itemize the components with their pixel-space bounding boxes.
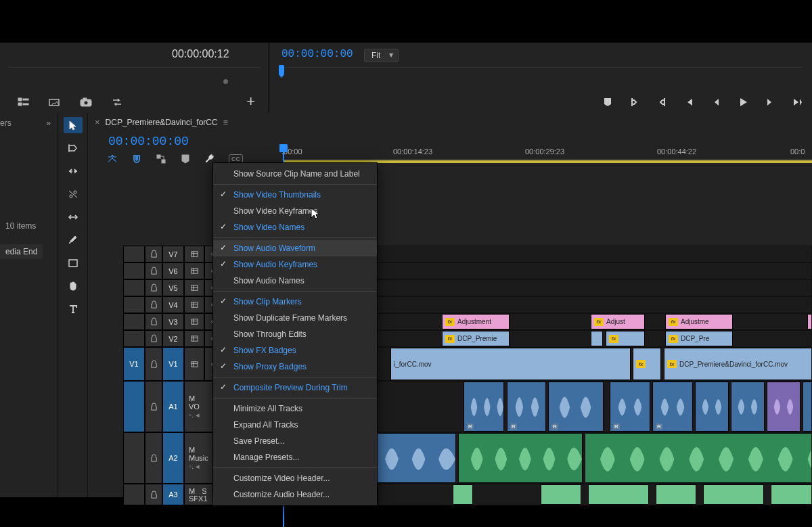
clip-audio[interactable] [703, 484, 764, 505]
swap-icon[interactable] [111, 97, 123, 108]
sequence-tab[interactable]: × DCP_Premiere&Davinci_forCC ≡ [88, 113, 812, 131]
step-fwd-icon[interactable] [765, 97, 775, 108]
menu-item[interactable]: Show FX Badges [213, 342, 377, 359]
menu-item[interactable]: Save Preset... [213, 433, 377, 449]
lock-toggle[interactable] [145, 296, 162, 313]
clip-audio[interactable]: R [507, 382, 546, 432]
expand-chevrons-icon[interactable]: » [46, 118, 51, 128]
clip-audio[interactable]: R [464, 382, 504, 432]
clip-audio[interactable] [803, 382, 812, 432]
program-playhead-mini[interactable] [279, 65, 284, 74]
timeline-display-settings-menu[interactable]: Show Source Clip Name and LabelShow Vide… [212, 162, 378, 506]
mute-toggle[interactable]: M [189, 446, 195, 454]
track-target[interactable]: A1 [162, 381, 184, 432]
sync-lock-toggle[interactable] [184, 330, 204, 347]
sync-lock-toggle[interactable] [184, 347, 204, 381]
sync-lock-toggle[interactable] [184, 279, 204, 296]
source-patch[interactable] [123, 381, 145, 432]
out-point-icon[interactable] [656, 97, 667, 108]
menu-item[interactable]: Show Duplicate Frame Markers [213, 310, 377, 326]
sync-lock-toggle[interactable] [184, 313, 204, 330]
menu-item[interactable]: Composite Preview During Trim [213, 380, 377, 396]
sync-lock-toggle[interactable] [184, 296, 204, 313]
lock-toggle[interactable] [145, 381, 162, 432]
lock-toggle[interactable] [145, 313, 162, 330]
menu-item[interactable]: Show Video Names [213, 219, 377, 235]
lock-toggle[interactable] [145, 262, 162, 279]
track-target[interactable]: A3 [162, 484, 184, 505]
clip-audio[interactable] [588, 484, 649, 505]
lock-toggle[interactable] [145, 246, 162, 262]
clip-adjustment[interactable]: fxAdjust [591, 314, 645, 329]
timeline-timecode[interactable]: 00:00:00:00 [108, 135, 189, 148]
source-scrubber[interactable] [8, 67, 261, 78]
play-icon[interactable] [738, 97, 748, 108]
clip-audio[interactable] [695, 382, 729, 432]
sync-lock-toggle[interactable] [184, 262, 204, 279]
pen-tool[interactable] [64, 232, 83, 248]
go-to-out-icon[interactable] [792, 97, 803, 108]
sync-lock-toggle[interactable] [184, 246, 204, 262]
clip-adjustment[interactable]: fxAdjustment [442, 314, 510, 329]
clip-audio[interactable] [656, 484, 696, 505]
zoom-select[interactable]: Fit [364, 49, 399, 62]
track-target[interactable]: V2 [162, 330, 184, 347]
clip-audio[interactable]: R [652, 382, 693, 432]
track-target[interactable]: V5 [162, 279, 184, 296]
export-frame-icon[interactable] [49, 97, 61, 108]
clip-video[interactable]: fx [606, 331, 645, 346]
menu-item[interactable]: Show Proxy Badges [213, 359, 377, 375]
clip-video[interactable] [591, 331, 603, 346]
clip-audio[interactable] [541, 484, 581, 505]
clip-video[interactable]: fx [633, 348, 661, 380]
linked-selection-icon[interactable] [156, 154, 166, 164]
lock-toggle[interactable] [145, 432, 162, 484]
clip-audio[interactable] [771, 484, 812, 505]
clip-adjustment[interactable]: fxAdjustme [665, 314, 733, 329]
clip-video[interactable]: fxDCP_Premiere&Davinci_forCC.mov [664, 348, 812, 380]
tab-menu-icon[interactable]: ≡ [223, 118, 228, 127]
clip-audio[interactable] [731, 382, 765, 432]
clip-audio[interactable] [453, 484, 473, 505]
type-tool[interactable] [64, 301, 83, 317]
menu-item[interactable]: Manage Presets... [213, 449, 377, 465]
marker-list-icon[interactable] [18, 97, 30, 108]
clip-video[interactable]: fxDCP_Pre [665, 331, 733, 346]
track-target[interactable]: V6 [162, 262, 184, 279]
clip-audio[interactable]: R [610, 382, 650, 432]
slip-tool[interactable] [64, 209, 83, 225]
menu-item[interactable]: Show Source Clip Name and Label [213, 166, 377, 182]
menu-item[interactable]: Show Audio Keyframes [213, 256, 377, 273]
column-header-media-end[interactable]: edia End [0, 244, 43, 259]
clip-audio[interactable] [458, 433, 583, 483]
magnet-icon[interactable] [131, 154, 142, 164]
selection-tool[interactable] [64, 117, 83, 133]
menu-item[interactable]: Customize Audio Header... [213, 486, 377, 503]
clip-adjustment[interactable] [807, 314, 812, 329]
menu-item[interactable]: Minimize All Tracks [213, 400, 377, 417]
track-target[interactable]: A2 [162, 432, 184, 484]
clip-video[interactable]: fxDCP_Premie [442, 331, 510, 346]
in-point-icon[interactable] [629, 97, 640, 108]
clip-audio[interactable] [767, 382, 800, 432]
menu-item[interactable]: Customize Video Header... [213, 470, 377, 486]
menu-item[interactable]: Expand All Tracks [213, 417, 377, 433]
clip-audio[interactable]: R [548, 382, 604, 432]
hand-tool[interactable] [64, 278, 83, 294]
track-select-tool[interactable] [64, 140, 83, 156]
lock-toggle[interactable] [145, 347, 162, 381]
close-tab-icon[interactable]: × [95, 117, 100, 127]
menu-item[interactable]: Show Audio Names [213, 273, 377, 289]
go-to-in-icon[interactable] [683, 97, 694, 108]
rectangle-tool[interactable] [64, 255, 83, 271]
clip-video[interactable]: i_forCC.mov [390, 348, 631, 380]
clip-audio[interactable] [585, 433, 812, 483]
menu-item[interactable]: Show Video Thumbnails [213, 187, 377, 203]
snap-icon[interactable] [107, 154, 118, 164]
source-timecode[interactable]: 00:00:00:12 [172, 48, 229, 60]
add-marker-icon[interactable] [602, 97, 613, 108]
menu-item[interactable]: Show Audio Waveform [213, 240, 377, 256]
source-patch[interactable]: V1 [123, 347, 145, 381]
lock-toggle[interactable] [145, 279, 162, 296]
track-target[interactable]: V3 [162, 313, 184, 330]
